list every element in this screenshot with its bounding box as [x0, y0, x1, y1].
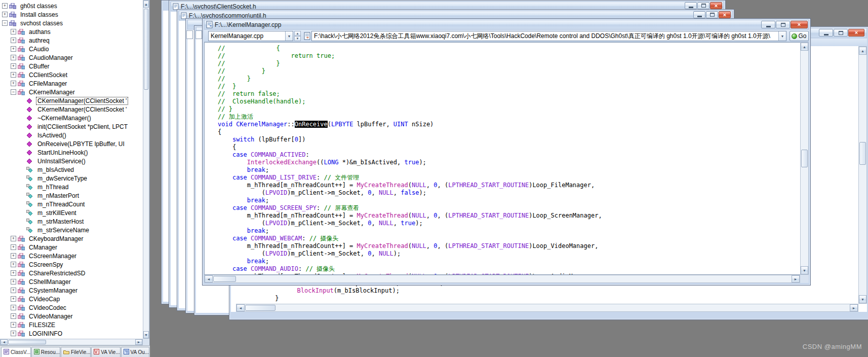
expand-toggle[interactable]: + [11, 313, 16, 319]
tree-item[interactable]: m_strKillEvent [0, 208, 143, 217]
vertical-scrollbar[interactable]: ▲ ▼ [800, 42, 809, 275]
tree-item[interactable]: m_strMasterHost [0, 217, 143, 226]
tree-item[interactable]: +CScreenManager [0, 252, 143, 260]
tab-classview[interactable]: ClassV... [1, 347, 31, 357]
path-bar[interactable]: F:\hack\小七网络2012免杀综合工具箱www.xiaoqi7.com\小… [311, 31, 786, 41]
maximize-button[interactable] [706, 11, 718, 18]
close-button[interactable]: × [710, 2, 722, 9]
expand-toggle[interactable]: + [11, 72, 16, 78]
expand-toggle[interactable]: + [2, 12, 8, 17]
minimize-button[interactable] [761, 21, 775, 28]
scrollbar-thumb[interactable] [801, 150, 808, 167]
expand-toggle[interactable]: + [11, 55, 16, 60]
expand-toggle[interactable]: + [11, 331, 16, 336]
tree-item[interactable]: init(CClientSocket *pClient, LPCT [0, 122, 143, 131]
tree-item[interactable]: +CAudio [0, 45, 143, 53]
scrollbar-thumb[interactable] [8, 340, 46, 344]
tab-resourceview[interactable]: Resou... [31, 347, 60, 357]
tree-item[interactable]: +CShareRestrictedSD [0, 269, 143, 277]
expand-toggle[interactable]: + [11, 279, 16, 284]
close-button[interactable]: × [848, 29, 864, 37]
tree-item[interactable]: ~CKernelManager() [0, 114, 143, 122]
tab-va-view[interactable]: VA Vie... [91, 347, 120, 357]
maximize-button[interactable] [834, 29, 848, 37]
expand-toggle[interactable]: + [11, 46, 16, 52]
tree-item[interactable]: IsActived() [0, 131, 143, 139]
scroll-down-button[interactable]: ▼ [143, 331, 149, 338]
expand-toggle[interactable]: + [11, 236, 16, 241]
tree-item[interactable]: −svchost classes [0, 19, 143, 27]
horizontal-scrollbar[interactable]: ◄ ► [236, 304, 858, 312]
expand-toggle[interactable]: + [11, 63, 16, 69]
tree-item[interactable]: +authreq [0, 36, 143, 45]
tree-item[interactable]: m_nThreadCount [0, 200, 143, 208]
tree-item[interactable]: CKernelManager(CClientSocket ' [0, 96, 143, 105]
tree-item[interactable]: +CBuffer [0, 62, 143, 70]
tree-item[interactable]: +CKeyboardManager [0, 234, 143, 243]
window-kernelmanager[interactable]: F:\...\KernelManager.cpp × KernelManager… [202, 18, 811, 285]
horizontal-scrollbar[interactable]: ◄ ► [204, 275, 800, 283]
expand-toggle[interactable]: + [2, 3, 8, 9]
expand-toggle[interactable]: + [11, 244, 16, 250]
tree-item[interactable]: +CSystemManager [0, 286, 143, 295]
expand-toggle[interactable]: + [11, 81, 16, 86]
tree-item[interactable]: +authans [0, 27, 143, 36]
tree-item[interactable]: +CScreenSpy [0, 260, 143, 269]
expand-toggle[interactable]: + [11, 253, 16, 259]
tree-item[interactable]: StartUnLineHook() [0, 148, 143, 157]
file-combo[interactable]: KernelManager.cpp ▼ [208, 31, 293, 41]
maximize-button[interactable] [697, 2, 709, 9]
go-button[interactable]: Go [790, 31, 809, 41]
expand-toggle[interactable]: + [11, 322, 16, 328]
expand-toggle[interactable]: − [11, 89, 16, 95]
tree-item[interactable]: m_strServiceName [0, 226, 143, 234]
tab-fileview[interactable]: FileVie... [61, 347, 91, 357]
expand-toggle[interactable]: + [11, 262, 16, 267]
scroll-left-button[interactable]: ◄ [236, 304, 245, 311]
scroll-down-button[interactable]: ▼ [801, 266, 808, 274]
tree-item[interactable]: +CAudioManager [0, 53, 143, 62]
tree-item[interactable]: +CVideoCap [0, 295, 143, 303]
tree-item[interactable]: +CShellManager [0, 277, 143, 286]
tree-item[interactable]: m_hThread [0, 183, 143, 191]
panel-vertical-scrollbar[interactable]: ▲ ▼ [143, 0, 149, 339]
titlebar[interactable]: F:\...\KernelManager.cpp [204, 20, 809, 29]
scroll-down-button[interactable]: ▼ [859, 295, 866, 303]
expand-toggle[interactable]: + [11, 38, 16, 43]
tree-item[interactable]: +CFileManager [0, 79, 143, 88]
close-button[interactable]: × [719, 11, 731, 18]
tree-item[interactable]: +FILESIZE [0, 320, 143, 329]
tree-item[interactable]: +gh0st classes [0, 2, 143, 10]
class-tree[interactable]: +gh0st classes+Install classes−svchost c… [0, 0, 143, 339]
tree-item[interactable]: +LOGININFO [0, 329, 143, 338]
spinner-down-button[interactable]: ▼ [294, 36, 301, 41]
tree-item[interactable]: UnInstallService() [0, 157, 143, 165]
scroll-up-button[interactable]: ▲ [859, 47, 866, 55]
code-editor[interactable]: // {// return true;// }// }// }// }// re… [204, 42, 800, 275]
tree-item[interactable]: +CVideoCodec [0, 303, 143, 312]
tree-item[interactable]: m_dwServiceType [0, 174, 143, 183]
scroll-left-button[interactable]: ◄ [205, 275, 213, 282]
scroll-up-button[interactable]: ▲ [143, 1, 149, 8]
scroll-left-button[interactable]: ◄ [1, 339, 8, 345]
close-button[interactable]: × [791, 21, 808, 28]
tree-item[interactable]: −CKernelManager [0, 88, 143, 96]
expand-toggle[interactable]: + [11, 305, 16, 310]
scroll-up-button[interactable]: ▲ [801, 43, 808, 51]
expand-toggle[interactable]: + [11, 29, 16, 34]
scrollbar-thumb[interactable] [213, 276, 236, 282]
spinner-up-button[interactable]: ▲ [294, 31, 301, 36]
tree-item[interactable]: +CVideoManager [0, 312, 143, 320]
minimize-button[interactable] [819, 29, 833, 37]
expand-toggle[interactable]: + [11, 270, 16, 276]
tree-item[interactable]: +Install classes [0, 10, 143, 19]
expand-toggle[interactable]: + [11, 296, 16, 302]
vertical-scrollbar[interactable]: ▲ ▼ [858, 46, 867, 304]
chevron-down-icon[interactable]: ▼ [285, 31, 293, 41]
scroll-right-button[interactable]: ► [850, 304, 858, 311]
tree-item[interactable]: +CClientSocket [0, 70, 143, 79]
minimize-button[interactable] [685, 2, 697, 9]
maximize-button[interactable] [776, 21, 790, 28]
panel-horizontal-scrollbar[interactable]: ◄ ► [0, 339, 143, 345]
scrollbar-thumb[interactable] [859, 142, 866, 165]
